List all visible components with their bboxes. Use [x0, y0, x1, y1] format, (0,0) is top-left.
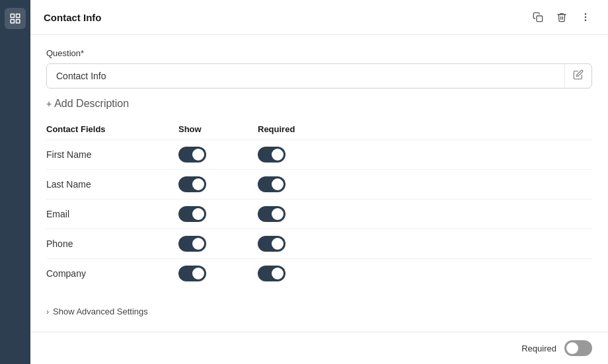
- add-description-label: Add Description: [54, 98, 129, 110]
- svg-rect-4: [537, 16, 543, 22]
- table-row: Company: [46, 258, 592, 288]
- chevron-right-icon: ›: [46, 307, 49, 316]
- fields-header: Contact Fields Show Required: [46, 124, 592, 134]
- header-actions: [529, 8, 595, 26]
- panel-body: Question* + Add Description Contact Fiel…: [30, 35, 608, 332]
- delete-button[interactable]: [552, 8, 571, 26]
- table-row: First Name: [46, 139, 592, 169]
- add-description-button[interactable]: + Add Description: [46, 96, 592, 111]
- svg-rect-3: [17, 20, 20, 23]
- field-name-firstname: First Name: [46, 149, 178, 160]
- footer-required-toggle[interactable]: [564, 340, 592, 356]
- panel-title: Contact Info: [44, 12, 102, 23]
- field-name-phone: Phone: [46, 238, 178, 249]
- svg-rect-0: [11, 14, 14, 17]
- table-row: Last Name: [46, 169, 592, 199]
- footer-required-label: Required: [521, 344, 556, 353]
- table-row: Phone: [46, 229, 592, 258]
- question-input-wrapper: [46, 63, 592, 89]
- show-toggle-firstname[interactable]: [178, 147, 206, 163]
- plus-icon: +: [46, 98, 52, 109]
- edit-icon[interactable]: [564, 64, 591, 88]
- question-label: Question*: [46, 48, 592, 58]
- required-toggle-email[interactable]: [258, 206, 285, 222]
- required-toggle-firstname[interactable]: [258, 147, 285, 163]
- advanced-settings-toggle[interactable]: › Show Advanced Settings: [46, 301, 592, 322]
- sidebar: [0, 0, 30, 364]
- required-header-label: Required: [258, 124, 337, 134]
- panel-header: Contact Info: [30, 0, 608, 35]
- sidebar-user-icon[interactable]: [5, 8, 26, 29]
- show-toggle-email[interactable]: [178, 206, 206, 222]
- more-options-button[interactable]: [576, 8, 595, 26]
- field-name-email: Email: [46, 209, 178, 219]
- show-toggle-phone[interactable]: [178, 236, 206, 252]
- field-name-company: Company: [46, 268, 178, 279]
- copy-button[interactable]: [529, 8, 547, 26]
- show-toggle-lastname[interactable]: [178, 176, 206, 192]
- contact-fields-label: Contact Fields: [46, 124, 178, 134]
- table-row: Email: [46, 199, 592, 229]
- contact-fields-section: Contact Fields Show Required First Name …: [46, 124, 592, 288]
- main-panel: Contact Info Question*: [30, 0, 608, 364]
- required-toggle-lastname[interactable]: [258, 176, 285, 192]
- question-input[interactable]: [47, 64, 564, 88]
- show-header-label: Show: [178, 124, 258, 134]
- svg-rect-1: [17, 14, 20, 17]
- show-toggle-company[interactable]: [178, 266, 206, 281]
- svg-rect-2: [11, 20, 14, 23]
- required-toggle-phone[interactable]: [258, 236, 285, 252]
- svg-point-5: [585, 14, 586, 15]
- advanced-settings-label: Show Advanced Settings: [53, 307, 148, 316]
- field-name-lastname: Last Name: [46, 179, 178, 190]
- panel-footer: Required: [30, 332, 608, 364]
- svg-point-7: [585, 20, 586, 20]
- required-toggle-company[interactable]: [258, 266, 285, 281]
- svg-point-6: [585, 17, 586, 17]
